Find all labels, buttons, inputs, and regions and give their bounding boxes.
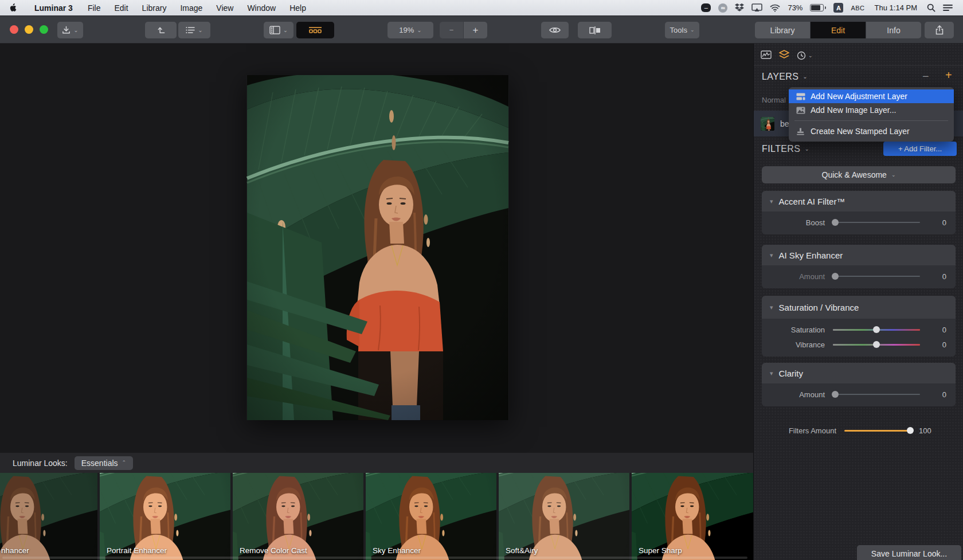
menu-image[interactable]: Image (173, 3, 209, 13)
looks-category-dropdown[interactable]: Essentials ⌃ (75, 456, 133, 470)
slider-value: 0 (922, 390, 946, 399)
editor-canvas (0, 43, 753, 453)
chevron-down-icon: ⌄ (690, 28, 695, 33)
apple-menu-icon[interactable] (9, 3, 26, 12)
airplay-display-icon[interactable] (751, 3, 762, 12)
look-thumbnail[interactable]: Portrait Enhancer (100, 473, 230, 560)
tools-dropdown-button[interactable]: Tools ⌄ (665, 22, 699, 38)
slider-value: 0 (922, 340, 946, 349)
filters-section-header[interactable]: FILTERS ⌄ (762, 144, 809, 154)
filter-group-clarity: ▾ Clarity Amount 0 (762, 363, 956, 406)
history-panel-icon[interactable]: ⌄ (797, 51, 813, 60)
slider-thumb[interactable] (873, 341, 880, 348)
slider-thumb[interactable] (832, 273, 839, 280)
spotlight-search-icon[interactable] (927, 3, 935, 12)
filters-amount-slider[interactable] (844, 430, 912, 432)
menubar-app-icon[interactable]: – (701, 3, 711, 12)
battery-icon (810, 4, 826, 11)
photo-canvas[interactable] (246, 75, 509, 420)
creative-cloud-icon[interactable]: ∞ (718, 3, 727, 13)
boost-slider[interactable] (833, 222, 920, 223)
zoom-level-dropdown[interactable]: 19% ⌄ (387, 22, 433, 38)
menu-help[interactable]: Help (283, 3, 313, 13)
slider-thumb[interactable] (832, 391, 839, 398)
filmstrip-toggle-button[interactable] (296, 22, 334, 38)
triangle-down-icon: ▾ (770, 198, 773, 205)
filter-group-header[interactable]: ▾ Saturation / Vibrance (762, 296, 956, 319)
histogram-panel-icon[interactable] (761, 50, 772, 61)
zoom-out-button[interactable]: − (440, 22, 463, 38)
slider-thumb[interactable] (832, 219, 839, 226)
filter-preset-dropdown[interactable]: Quick & Awesome ⌄ (762, 166, 956, 183)
tab-info[interactable]: Info (866, 22, 921, 38)
tab-edit[interactable]: Edit (811, 22, 866, 38)
menubar-clock[interactable]: Thu 1:14 PM (872, 3, 919, 12)
menu-item-label: Add New Adjustment Layer (811, 92, 907, 101)
filmstrip-scrollbar[interactable] (2, 557, 747, 559)
chevron-down-icon: ⌄ (417, 28, 421, 33)
filter-group-header[interactable]: ▾ Accent AI Filter™ (762, 191, 956, 212)
tools-label: Tools (670, 26, 687, 34)
look-thumbnail[interactable]: nhancer (0, 473, 97, 560)
look-thumbnail[interactable]: Sky Enhancer (366, 473, 496, 560)
remove-layer-button[interactable]: − (922, 71, 929, 82)
side-panel-toggle-button[interactable]: ⌄ (264, 22, 293, 38)
window-close-button[interactable] (10, 25, 18, 34)
list-view-button[interactable]: ⌄ (178, 22, 210, 38)
menu-library[interactable]: Library (135, 3, 174, 13)
look-thumbnail[interactable]: Super Sharp (632, 473, 753, 560)
compare-button[interactable] (578, 22, 612, 38)
menu-item-add-adjustment-layer[interactable]: Add New Adjustment Layer (789, 89, 954, 103)
back-to-library-button[interactable] (145, 22, 177, 38)
export-button[interactable]: ⌄ (57, 22, 83, 38)
input-source-icon[interactable]: A (833, 3, 843, 13)
blend-mode-label[interactable]: Normal (762, 96, 786, 104)
slider-label: Amount (762, 390, 825, 399)
tab-library[interactable]: Library (755, 22, 811, 38)
triangle-down-icon: ▾ (770, 304, 773, 311)
menu-edit[interactable]: Edit (107, 3, 135, 13)
add-layer-button[interactable]: + (945, 69, 952, 81)
layers-panel-icon[interactable] (778, 50, 790, 61)
menu-view[interactable]: View (209, 3, 240, 13)
add-layer-menu: Add New Adjustment Layer Add New Image L… (789, 87, 954, 142)
dropbox-icon[interactable] (735, 3, 744, 12)
saturation-slider[interactable] (833, 329, 920, 331)
notification-center-icon[interactable] (943, 4, 953, 11)
menu-file[interactable]: File (81, 3, 108, 13)
layer-name: be (780, 119, 789, 128)
chevron-down-icon: ⌄ (802, 74, 808, 80)
layers-section-header[interactable]: LAYERS ⌄ (762, 72, 808, 82)
triangle-down-icon: ▾ (770, 252, 773, 259)
filter-group-header[interactable]: ▾ AI Sky Enhancer (762, 245, 956, 265)
app-name[interactable]: Luminar 3 (26, 3, 81, 13)
window-minimize-button[interactable] (25, 25, 33, 34)
look-thumbnail[interactable]: Remove Color Cast (233, 473, 363, 560)
menu-window[interactable]: Window (240, 3, 283, 13)
slider-thumb[interactable] (873, 326, 880, 333)
stamped-layer-icon (796, 128, 805, 135)
vibrance-slider[interactable] (833, 344, 920, 346)
menu-item-create-stamped-layer[interactable]: Create New Stamped Layer (789, 124, 954, 138)
slider-thumb[interactable] (907, 427, 914, 434)
panel-divider (754, 65, 963, 66)
slider-label: Boost (762, 218, 825, 227)
window-zoom-button[interactable] (40, 25, 48, 34)
share-button[interactable] (925, 22, 954, 38)
filter-group-header[interactable]: ▾ Clarity (762, 363, 956, 383)
sky-amount-slider[interactable] (833, 276, 920, 277)
menu-item-add-image-layer[interactable]: Add New Image Layer... (789, 103, 954, 117)
save-luminar-look-button[interactable]: Save Luminar Look... (857, 545, 961, 560)
filter-group-title: AI Sky Enhancer (779, 250, 843, 260)
input-mode-label: ABC (851, 5, 864, 11)
menu-item-label: Add New Image Layer... (811, 105, 896, 115)
layers-title: LAYERS (762, 72, 798, 82)
look-thumbnail[interactable]: Soft&Airy (499, 473, 629, 560)
add-filter-button[interactable]: + Add Filter... (883, 142, 957, 156)
filters-title: FILTERS (762, 144, 800, 154)
preview-eye-button[interactable] (541, 22, 569, 38)
clarity-amount-slider[interactable] (833, 394, 920, 395)
zoom-in-button[interactable]: + (464, 22, 487, 38)
toolbar: ⌄ ⌄ ⌄ 19% ⌄ − + Tools ⌄ Library Edit Inf… (0, 15, 963, 44)
wifi-icon[interactable] (770, 4, 780, 12)
